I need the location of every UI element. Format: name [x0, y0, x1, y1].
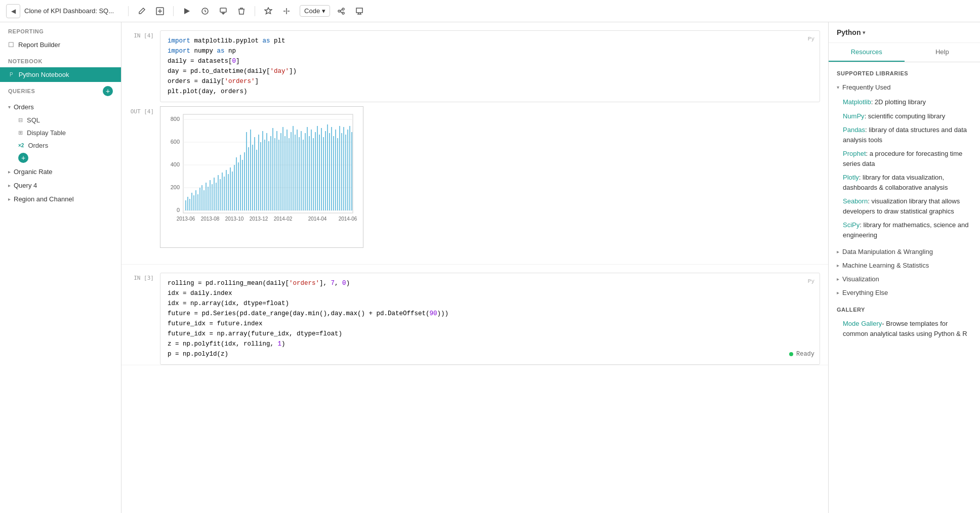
python-label: Python — [837, 28, 861, 36]
everything-else-arrow-icon: ▸ — [837, 290, 839, 295]
region-channel-group-header[interactable]: ▸ Region and Channel — [0, 192, 121, 206]
region-channel-label: Region and Channel — [14, 195, 74, 203]
reporting-section-label: REPORTING — [0, 22, 121, 37]
run-button[interactable] — [180, 4, 194, 18]
cell-2-in-label: IN [3] — [130, 273, 160, 281]
present-button[interactable] — [352, 4, 366, 18]
organic-rate-group-header[interactable]: ▸ Organic Rate — [0, 165, 121, 179]
toolbar-separator3 — [255, 6, 255, 16]
svg-text:600: 600 — [171, 139, 180, 145]
organic-rate-arrow-icon: ▸ — [8, 169, 11, 175]
orders-icon: ×2 — [18, 143, 24, 148]
report-builder-icon: ☐ — [8, 41, 14, 49]
lib-matplotlib: Matplotlib: 2D plotting library — [837, 95, 972, 109]
cell-2-input: IN [3] Py rolling = pd.rolling_mean(dail… — [121, 265, 828, 365]
lib-scipy: SciPy: library for mathematics, science … — [837, 218, 972, 242]
svg-point-5 — [342, 8, 344, 10]
lib-pandas: Pandas: library of data structures and d… — [837, 123, 972, 147]
run-options-button[interactable] — [198, 4, 212, 18]
frequently-used-header[interactable]: ▾ Frequently Used — [837, 81, 972, 93]
dropdown-arrow-icon: ▾ — [322, 7, 325, 15]
pandas-link[interactable]: Pandas — [843, 126, 865, 134]
lib-seaborn: Seaborn: visualization library that allo… — [837, 194, 972, 218]
code-line-2-6: future = pd.Series(pd.date_range(day.min… — [168, 309, 812, 319]
prophet-link[interactable]: Prophet — [843, 150, 866, 157]
svg-point-4 — [338, 10, 340, 12]
cell-2-code[interactable]: Py rolling = pd.rolling_mean(daily['orde… — [160, 273, 820, 365]
svg-text:2014-06: 2014-06 — [339, 216, 357, 222]
cell-1: IN [4] Py import matplotlib.pyplot as pl… — [121, 22, 828, 265]
chart-svg: 800 600 400 200 0 — [166, 112, 358, 243]
tab-resources[interactable]: Resources — [829, 43, 905, 62]
matplotlib-link[interactable]: Matplotlib — [843, 98, 871, 106]
code-line-1-6: day = pd.to_datetime(daily['day']) — [168, 66, 812, 76]
edit-cell-button[interactable] — [135, 4, 149, 18]
add-below-button[interactable] — [216, 4, 230, 18]
toolbar-separator2 — [173, 6, 174, 16]
python-notebook-icon: P — [8, 71, 15, 78]
topbar: ◀ Clone of KPI Dashboard: SQ... Code ▾ — [0, 0, 980, 22]
visualization-arrow-icon: ▸ — [837, 276, 839, 282]
svg-rect-3 — [220, 8, 226, 12]
cell-1-input: IN [4] Py import matplotlib.pyplot as pl… — [121, 22, 828, 102]
machine-learning-label: Machine Learning & Statistics — [842, 262, 929, 269]
delete-button[interactable] — [234, 4, 249, 18]
sidebar-item-orders[interactable]: ×2 Orders — [0, 139, 121, 152]
split-button[interactable] — [279, 4, 294, 18]
sidebar-item-sql[interactable]: ⊟ SQL — [0, 114, 121, 126]
svg-text:2013-08: 2013-08 — [201, 216, 220, 222]
code-line-2-3: idx = daily.index — [168, 288, 812, 298]
svg-text:2013-06: 2013-06 — [177, 216, 195, 222]
star-button[interactable] — [261, 4, 275, 18]
right-panel-header: Python ▾ — [829, 22, 980, 43]
query4-label: Query 4 — [14, 182, 37, 189]
add-cell-button[interactable] — [153, 4, 167, 18]
sidebar-item-python-notebook[interactable]: P Python Notebook — [0, 67, 121, 82]
orders-group-header[interactable]: ▾ Orders — [0, 100, 121, 114]
frequently-used-label: Frequently Used — [842, 83, 890, 91]
svg-text:2014-02: 2014-02 — [274, 216, 293, 222]
data-manipulation-header[interactable]: ▸ Data Manipulation & Wrangling — [837, 246, 972, 258]
add-query-button[interactable]: + — [103, 86, 113, 96]
visualization-header[interactable]: ▸ Visualization — [837, 273, 972, 285]
share-button[interactable] — [334, 4, 348, 18]
machine-learning-header[interactable]: ▸ Machine Learning & Statistics — [837, 260, 972, 271]
seaborn-link[interactable]: Seaborn — [843, 197, 868, 205]
svg-text:800: 800 — [171, 116, 180, 122]
cell-1-code[interactable]: Py import matplotlib.pyplot as plt impor… — [160, 30, 820, 102]
query-group-query4: ▸ Query 4 — [0, 179, 121, 192]
notebook-section-label: NOTEBOOK — [0, 52, 121, 67]
numpy-link[interactable]: NumPy — [843, 112, 865, 120]
plotly-link[interactable]: Plotly — [843, 174, 859, 181]
query4-arrow-icon: ▸ — [8, 183, 11, 188]
right-panel-tabs: Resources Help — [829, 43, 980, 62]
main-layout: REPORTING ☐ Report Builder NOTEBOOK P Py… — [0, 22, 980, 513]
cell-type-dropdown[interactable]: Code ▾ — [300, 5, 330, 17]
sidebar-item-display-table[interactable]: ⊞ Display Table — [0, 126, 121, 139]
sidebar: REPORTING ☐ Report Builder NOTEBOOK P Py… — [0, 22, 121, 513]
gallery-link[interactable]: Mode Gallery — [843, 320, 882, 327]
query-group-region-channel: ▸ Region and Channel — [0, 192, 121, 206]
code-line-1-2: import numpy as np — [168, 46, 812, 56]
python-dropdown-icon[interactable]: ▾ — [863, 29, 866, 36]
code-line-1-4: daily = datasets[0] — [168, 56, 812, 66]
svg-point-6 — [342, 12, 344, 14]
scipy-link[interactable]: SciPy — [843, 221, 860, 229]
everything-else-header[interactable]: ▸ Everything Else — [837, 287, 972, 298]
tab-help[interactable]: Help — [905, 43, 981, 62]
everything-else-label: Everything Else — [842, 289, 888, 296]
right-panel-content: SUPPORTED LIBRARIES ▾ Frequently Used Ma… — [829, 62, 980, 349]
chart-box: 800 600 400 200 0 — [160, 106, 363, 248]
page-title: Clone of KPI Dashboard: SQ... — [24, 7, 114, 15]
python-notebook-label: Python Notebook — [19, 71, 69, 78]
scipy-desc: : library for mathematics, science and e… — [843, 221, 969, 239]
sidebar-item-report-builder[interactable]: ☐ Report Builder — [0, 37, 121, 52]
add-orders-item-button[interactable]: + — [18, 153, 28, 163]
display-table-icon: ⊞ — [18, 130, 23, 136]
query4-group-header[interactable]: ▸ Query 4 — [0, 179, 121, 192]
queries-header: QUERIES + — [0, 82, 121, 100]
visualization-label: Visualization — [842, 275, 879, 283]
orders-group-label: Orders — [14, 103, 34, 111]
back-button[interactable]: ◀ — [6, 4, 20, 18]
py-badge-1: Py — [808, 35, 814, 44]
